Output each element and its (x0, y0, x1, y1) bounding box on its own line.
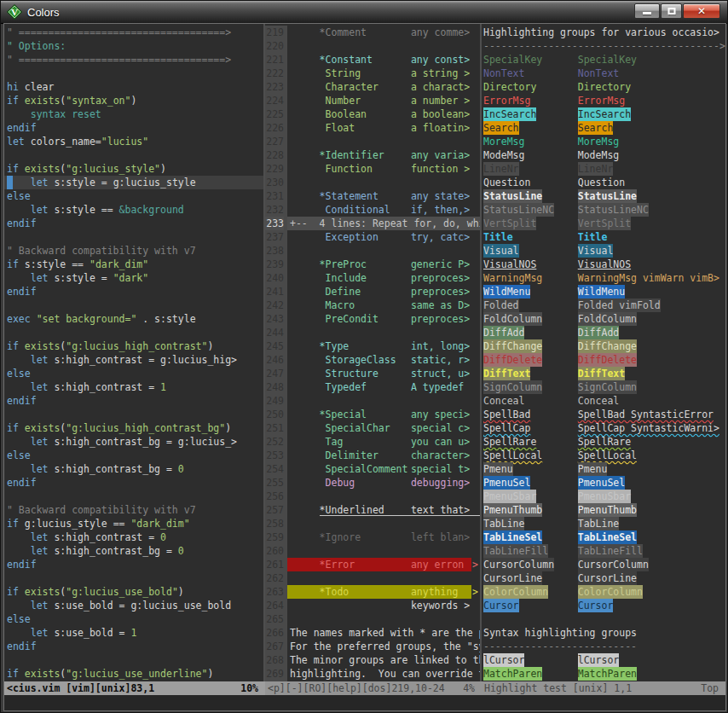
code-token: "g:lucius_high_contrast" (66, 340, 207, 352)
code-token: g:lucius_style == (25, 518, 131, 530)
hl-sample-row: StatusLineNCStatusLineNC (482, 203, 725, 217)
line-number: 221 (265, 53, 284, 67)
hl-sample-row: ColorColumnColorColumn (482, 585, 725, 599)
code-line: syntax reset (4, 107, 263, 121)
code-token (7, 545, 31, 557)
code-token: StatusLine (578, 189, 637, 203)
code-token: if (7, 586, 25, 598)
line-number: 269 (265, 667, 284, 681)
help-line: SpecialCommentspecial t> (287, 462, 480, 476)
maximize-button[interactable] (661, 3, 682, 19)
help-line: The names marked with * are the p> (287, 626, 480, 640)
hl-sample-row: ConcealConceal (482, 394, 725, 408)
pane-help-syntax[interactable]: 2192202212222232242252262272282292302312… (265, 24, 480, 681)
hl-sample-row: CursorLineCursorLine (482, 571, 725, 585)
line-number: 220 (265, 39, 284, 53)
code-token: SignColumn (578, 380, 637, 394)
statusline-percent: Top (701, 681, 725, 695)
code-token: SpellRare (483, 435, 536, 449)
code-token: "g:lucius_style" (66, 163, 160, 175)
code-line: endif (4, 558, 263, 571)
code-token: Function (326, 162, 373, 176)
hl-sample-row: StatusLineStatusLine (482, 189, 725, 203)
help-line (287, 571, 480, 585)
code-token: lCursor (578, 653, 619, 667)
hl-sample-row: SignColumnSignColumn (482, 380, 725, 394)
help-line: Delimitercharacter> (287, 449, 480, 462)
code-token: SpecialComment (326, 462, 408, 476)
svg-text:V: V (11, 7, 18, 17)
code-token: Structure (326, 367, 378, 380)
code-token: The names marked with * are the p> (290, 626, 480, 640)
minimize-button[interactable] (634, 3, 660, 19)
code-token: a boolean> (411, 107, 470, 121)
code-token: WildMenu (483, 285, 530, 299)
code-token: VisualNOS (578, 258, 631, 271)
close-button[interactable]: ✕ (683, 3, 720, 19)
code-token: you can u> (411, 435, 470, 449)
help-line (287, 244, 480, 258)
code-token: preproces> (411, 271, 470, 285)
code-line: endif (4, 217, 263, 230)
help-line: Definepreproces> (287, 285, 480, 299)
code-line: let s:use_bold = g:lucius_use_bold (4, 599, 263, 612)
code-token: let (31, 177, 55, 188)
hl-sample-row: ErrorMsgErrorMsg (482, 94, 725, 107)
help-line: *Errorany erron> (287, 558, 480, 571)
code-token: if (7, 340, 25, 352)
help-line: *PreProcgeneric P> (287, 258, 480, 271)
code-token: if (7, 258, 25, 270)
hl-sample-row: TabLineFillTabLineFill (482, 544, 725, 558)
code-token: 1 (130, 627, 136, 639)
help-line: Structurestruct, u> (287, 367, 480, 380)
code-token: *PreProc (320, 258, 367, 271)
code-token: endif (7, 217, 37, 229)
statusline-file: <p][-][RO][help][dos]219,10-24 (265, 681, 445, 695)
code-token: PmenuSel (483, 476, 530, 490)
code-line: if exists("g:lucius_high_contrast_bg") (4, 421, 263, 435)
code-token: ) (225, 422, 231, 434)
code-token: else (7, 368, 31, 380)
code-token: *Ignore (320, 530, 361, 544)
text-cursor (7, 176, 13, 189)
code-token: left blan> (411, 530, 470, 544)
code-token: PmenuThumb (578, 503, 637, 517)
code-token: for, do, whi (413, 217, 480, 230)
title-bar[interactable]: V Colors ✕ (1, 1, 727, 24)
line-number: 260 (265, 544, 284, 558)
code-token: s:high_contrast_bg = (54, 545, 177, 557)
code-token: s:style == (25, 258, 90, 270)
code-token: MatchParen (578, 667, 637, 681)
code-token: SpellLocal (578, 449, 637, 462)
code-token: debugging> (411, 476, 470, 490)
code-token: preproces> (411, 285, 470, 299)
code-token: *Todo (320, 585, 350, 599)
code-token (7, 436, 31, 448)
code-token: ModeMsg (483, 148, 524, 162)
code-token: clear (25, 81, 55, 93)
line-number: 219 (265, 26, 284, 39)
pane-colorscheme-source[interactable]: " ===================================>" … (4, 24, 263, 681)
code-token: Typedef (326, 380, 367, 394)
code-line: endif (4, 476, 263, 490)
window-title: Colors (27, 6, 60, 19)
code-token: "set background=" (37, 313, 137, 325)
code-token: a string > (411, 67, 470, 80)
hl-sample-row (482, 612, 725, 626)
line-number: 246 (265, 353, 284, 367)
code-token: "g:lucius_high_contrast_bg" (66, 422, 225, 434)
code-token: exec (7, 313, 37, 325)
line-number: 239 (265, 258, 284, 271)
help-line: Conditionalif, then,> (287, 203, 480, 217)
command-line[interactable] (4, 695, 725, 710)
pane-highlight-test[interactable]: Highlighting groups for various occasio>… (482, 24, 725, 681)
hl-sample-row: DirectoryDirectory (482, 80, 725, 94)
line-number: 240 (265, 271, 284, 285)
hl-sample-row: FoldColumnFoldColumn (482, 312, 725, 326)
code-line: let s:style == &background (4, 203, 263, 217)
code-line: endif (4, 640, 263, 653)
code-token: Question (483, 176, 530, 189)
help-line: The minor groups are linked to th> (287, 653, 480, 667)
code-token: a floatin> (411, 121, 470, 135)
code-token: exists (25, 668, 61, 680)
